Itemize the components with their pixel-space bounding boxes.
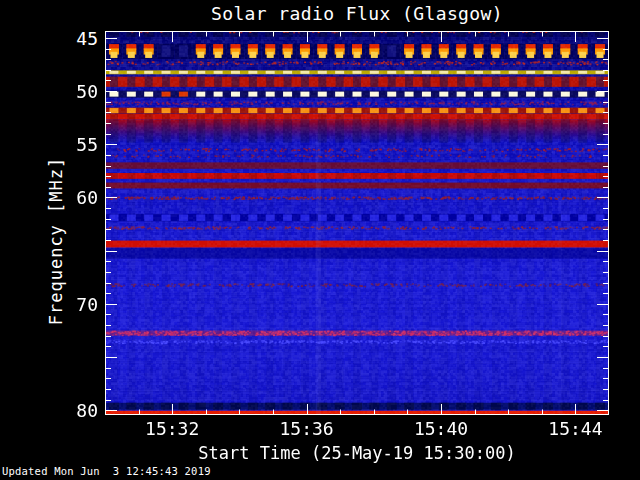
- x-tick-label: 15:36: [262, 419, 352, 439]
- spectrogram-plot-area: [105, 31, 609, 415]
- x-tick-label: 15:32: [127, 419, 217, 439]
- y-tick-label: 70: [54, 295, 98, 314]
- x-tick-label: 15:44: [530, 419, 620, 439]
- updated-timestamp: Updated Mon Jun 3 12:45:43 2019: [2, 465, 211, 477]
- y-tick-label: 80: [54, 401, 98, 420]
- chart-title: Solar radio Flux (Glasgow): [105, 3, 609, 24]
- y-tick-label: 55: [54, 135, 98, 154]
- y-tick-label: 50: [54, 82, 98, 101]
- x-tick-label: 15:40: [396, 419, 486, 439]
- solar-radio-spectrogram-window: Solar radio Flux (Glasgow) Frequency [MH…: [0, 0, 640, 480]
- x-axis-title: Start Time (25-May-19 15:30:00): [105, 443, 609, 463]
- y-tick-label: 45: [54, 29, 98, 48]
- spectrogram-canvas: [105, 31, 609, 415]
- y-tick-label: 60: [54, 188, 98, 207]
